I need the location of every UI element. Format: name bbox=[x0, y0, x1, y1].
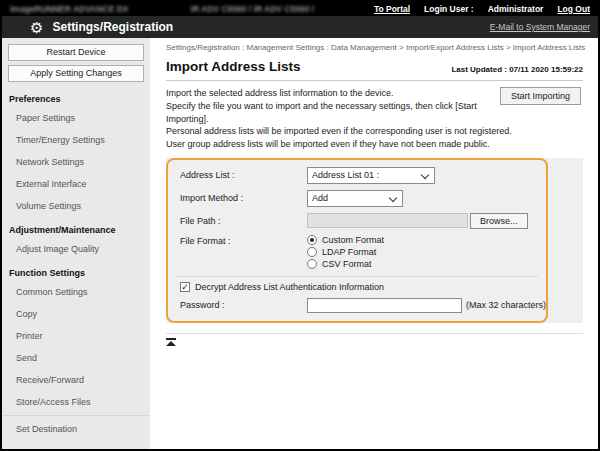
app-bar: ⚙ Settings/Registration E-Mail to System… bbox=[2, 16, 598, 38]
file-path-input[interactable] bbox=[307, 213, 468, 228]
login-user-label: Login User : bbox=[424, 4, 474, 14]
device-name-blurred: imageRUNNER ADVANCE DX bbox=[10, 4, 129, 14]
main-panel: Settings/Registration : Management Setti… bbox=[150, 38, 598, 449]
apply-setting-changes-button[interactable]: Apply Setting Changes bbox=[8, 65, 144, 82]
sidebar-item-send[interactable]: Send bbox=[2, 347, 150, 369]
breadcrumb[interactable]: Settings/Registration : Management Setti… bbox=[166, 43, 583, 52]
sidebar-header-preferences: Preferences bbox=[2, 86, 150, 107]
password-input[interactable] bbox=[307, 298, 462, 313]
sidebar-item-paper-settings[interactable]: Paper Settings bbox=[2, 107, 150, 129]
email-system-manager-link[interactable]: E-Mail to System Manager bbox=[490, 22, 590, 32]
file-format-label: File Format : bbox=[180, 235, 307, 246]
sidebar-item-common-settings[interactable]: Common Settings bbox=[2, 281, 150, 303]
radio-button-icon[interactable] bbox=[307, 235, 317, 245]
password-label: Password : bbox=[180, 300, 307, 310]
sidebar-item-adjust-image-quality[interactable]: Adjust Image Quality bbox=[2, 238, 150, 260]
scroll-to-top-icon[interactable] bbox=[166, 338, 176, 346]
radio-ldap-format[interactable]: LDAP Format bbox=[307, 247, 384, 257]
app-title: Settings/Registration bbox=[52, 20, 173, 34]
sidebar: Restart Device Apply Setting Changes Pre… bbox=[2, 38, 150, 449]
gear-icon: ⚙ bbox=[30, 20, 43, 35]
sidebar-header-adjustment-maintenance: Adjustment/Maintenance bbox=[2, 217, 150, 238]
import-method-label: Import Method : bbox=[180, 193, 307, 203]
address-list-label: Address List : bbox=[180, 170, 307, 180]
sidebar-header-function-settings: Function Settings bbox=[2, 260, 150, 281]
radio-button-icon[interactable] bbox=[307, 259, 317, 269]
sidebar-item-receive-forward[interactable]: Receive/Forward bbox=[2, 369, 150, 391]
top-bar: imageRUNNER ADVANCE DX iR ADV C5560 / iR… bbox=[2, 2, 598, 16]
device-model-blurred: iR ADV C5560 / iR ADV C5560 / bbox=[191, 4, 315, 14]
sidebar-item-timer-energy-settings[interactable]: Timer/Energy Settings bbox=[2, 129, 150, 151]
sidebar-item-external-interface[interactable]: External Interface bbox=[2, 173, 150, 195]
page-title: Import Address Lists bbox=[166, 59, 301, 74]
chevron-down-icon bbox=[421, 171, 429, 179]
import-method-select[interactable]: Add bbox=[307, 190, 403, 207]
to-portal-link[interactable]: To Portal bbox=[374, 4, 410, 14]
radio-custom-format[interactable]: Custom Format bbox=[307, 235, 384, 245]
content-bottom-divider bbox=[166, 333, 583, 334]
sidebar-item-printer[interactable]: Printer bbox=[2, 325, 150, 347]
highlight-box: Address List : Address List 01 : Import … bbox=[166, 158, 548, 323]
radio-button-icon[interactable] bbox=[307, 247, 317, 257]
sidebar-item-set-destination[interactable]: Set Destination bbox=[2, 418, 150, 440]
start-importing-button[interactable]: Start Importing bbox=[500, 87, 581, 105]
sidebar-header-management-settings: Management Settings bbox=[2, 440, 150, 449]
sidebar-item-copy[interactable]: Copy bbox=[2, 303, 150, 325]
address-list-select[interactable]: Address List 01 : bbox=[307, 167, 435, 184]
browser-page: imageRUNNER ADVANCE DX iR ADV C5560 / iR… bbox=[0, 0, 600, 451]
radio-csv-format[interactable]: CSV Format bbox=[307, 259, 384, 269]
chevron-down-icon bbox=[389, 194, 397, 202]
restart-device-button[interactable]: Restart Device bbox=[8, 44, 144, 61]
password-hint: (Max 32 characters) bbox=[466, 300, 546, 310]
import-method-selected-value: Add bbox=[312, 193, 328, 203]
log-out-link[interactable]: Log Out bbox=[557, 4, 590, 14]
browse-button[interactable]: Browse... bbox=[470, 213, 528, 229]
sidebar-item-store-access-files[interactable]: Store/Access Files bbox=[2, 391, 150, 413]
import-form-band: Address List : Address List 01 : Import … bbox=[166, 158, 583, 323]
decrypt-checkbox[interactable]: ✓ bbox=[180, 282, 190, 292]
file-path-label: File Path : bbox=[180, 216, 307, 226]
decrypt-checkbox-label: Decrypt Address List Authentication Info… bbox=[195, 282, 384, 292]
sidebar-item-network-settings[interactable]: Network Settings bbox=[2, 151, 150, 173]
form-separator bbox=[176, 276, 538, 277]
address-list-selected-value: Address List 01 : bbox=[312, 170, 379, 180]
last-updated-text: Last Updated : 07/11 2020 15:59:22 bbox=[451, 65, 583, 74]
login-user-name: Administrator bbox=[488, 4, 544, 14]
sidebar-item-volume-settings[interactable]: Volume Settings bbox=[2, 195, 150, 217]
page-description: Import the selected address list informa… bbox=[166, 87, 521, 151]
sidebar-divider bbox=[2, 415, 150, 416]
